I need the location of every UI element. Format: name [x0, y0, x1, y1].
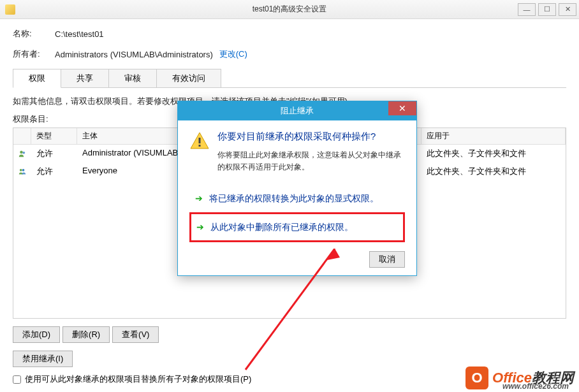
inherit-row: 禁用继承(I): [13, 351, 566, 367]
dialog-body: 你要对目前继承的权限采取何种操作? 你将要阻止此对象继承权限，这意味着从父对象中…: [178, 120, 416, 275]
svg-rect-5: [199, 145, 201, 147]
owner-label: 所有者:: [13, 48, 55, 60]
svg-point-2: [20, 169, 22, 171]
dialog-footer: 取消: [189, 242, 405, 268]
svg-point-3: [22, 169, 25, 171]
svg-point-0: [20, 151, 23, 154]
name-value: C:\test\test01: [55, 29, 104, 39]
window-titlebar: test01的高级安全设置 — ☐ ✕: [0, 0, 579, 19]
watermark-url: www.office26.com: [502, 382, 569, 391]
th-apply[interactable]: 应用于: [421, 128, 566, 144]
app-icon: [5, 4, 15, 15]
row-apply: 此文件夹、子文件夹和文件: [421, 147, 566, 161]
user-icon: [18, 149, 26, 159]
maximize-button[interactable]: ☐: [538, 3, 556, 16]
option-text: 将已继承的权限转换为此对象的显式权限。: [209, 192, 379, 205]
dialog-close-button[interactable]: ✕: [388, 101, 416, 115]
watermark-icon: O: [465, 367, 488, 389]
tabs: 权限 共享 审核 有效访问: [13, 69, 566, 88]
watermark: O Office教程网 www.office26.com: [465, 367, 574, 389]
row-type: 允许: [31, 164, 77, 178]
block-inheritance-dialog: 阻止继承 ✕ 你要对目前继承的权限采取何种操作? 你将要阻止此对象继承权限，这意…: [177, 101, 417, 276]
option-convert-inherited[interactable]: ➔ 将已继承的权限转换为此对象的显式权限。: [189, 185, 405, 212]
name-label: 名称:: [13, 28, 55, 40]
add-button[interactable]: 添加(D): [13, 326, 60, 343]
svg-point-1: [22, 152, 25, 154]
svg-rect-4: [199, 138, 201, 143]
tab-auditing[interactable]: 审核: [108, 69, 157, 87]
th-icon[interactable]: [13, 128, 31, 144]
change-owner-link[interactable]: 更改(C): [219, 48, 247, 60]
arrow-icon: ➔: [195, 193, 203, 203]
row-icon: [13, 164, 31, 178]
window-controls: — ☐ ✕: [518, 3, 579, 16]
replace-children-checkbox[interactable]: [13, 375, 21, 384]
action-buttons: 添加(D) 删除(R) 查看(V): [13, 326, 566, 343]
minimize-button[interactable]: —: [518, 3, 536, 16]
close-button[interactable]: ✕: [559, 3, 576, 16]
tab-effective-access[interactable]: 有效访问: [156, 69, 221, 87]
dialog-description: 你将要阻止此对象继承权限，这意味着从父对象中继承的权限不再适用于此对象。: [217, 149, 405, 173]
dialog-titlebar: 阻止继承 ✕: [178, 101, 416, 120]
disable-inherit-button[interactable]: 禁用继承(I): [13, 351, 73, 367]
replace-children-label: 使用可从此对象继承的权限项目替换所有子对象的权限项目(P): [25, 374, 251, 385]
warning-icon: [189, 131, 210, 151]
th-type[interactable]: 类型: [31, 128, 77, 144]
name-row: 名称: C:\test\test01: [13, 28, 566, 40]
row-apply: 此文件夹、子文件夹和文件: [421, 164, 566, 178]
option-text: 从此对象中删除所有已继承的权限。: [210, 221, 353, 234]
arrow-icon: ➔: [196, 222, 204, 232]
window-title: test01的高级安全设置: [253, 4, 327, 15]
remove-button[interactable]: 删除(R): [62, 326, 110, 343]
view-button[interactable]: 查看(V): [112, 326, 159, 343]
option-remove-inherited[interactable]: ➔ 从此对象中删除所有已继承的权限。: [189, 212, 405, 242]
tab-permissions[interactable]: 权限: [13, 69, 61, 88]
dialog-heading: 你要对目前继承的权限采取何种操作?: [217, 131, 405, 143]
row-type: 允许: [31, 147, 77, 161]
owner-row: 所有者: Administrators (VISUMLAB\Administra…: [13, 48, 566, 60]
owner-value: Administrators (VISUMLAB\Administrators): [55, 50, 213, 59]
dialog-options: ➔ 将已继承的权限转换为此对象的显式权限。 ➔ 从此对象中删除所有已继承的权限。: [189, 185, 405, 242]
row-icon: [13, 147, 31, 161]
tab-sharing[interactable]: 共享: [61, 69, 109, 87]
cancel-button[interactable]: 取消: [369, 251, 405, 268]
users-icon: [18, 166, 26, 177]
dialog-title: 阻止继承: [281, 105, 314, 117]
